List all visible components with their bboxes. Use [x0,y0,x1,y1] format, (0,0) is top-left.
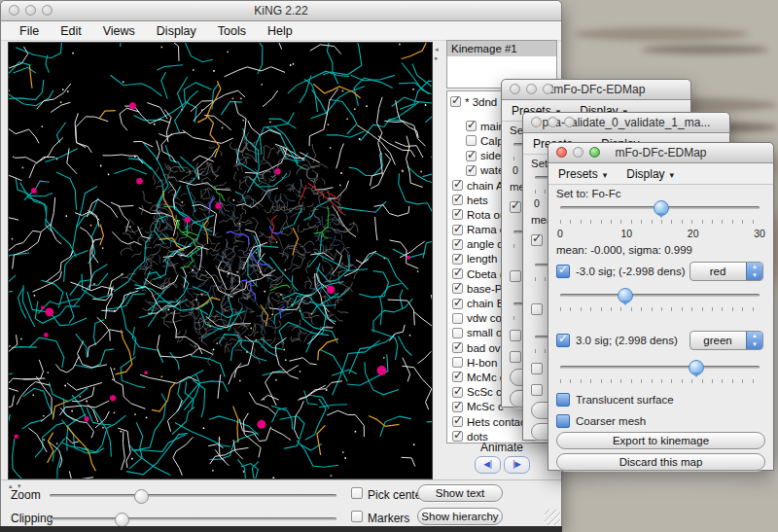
high-contour-checkbox[interactable] [531,303,543,315]
main-titlebar[interactable]: KiNG 2.22 [1,1,561,21]
zoom-button[interactable] [564,117,575,127]
group-label: small o [467,327,502,338]
translucent-surface-checkbox[interactable] [531,363,543,374]
minimize-button[interactable] [526,84,537,94]
show-text-button[interactable]: Show text [417,484,503,502]
group-checkbox[interactable] [466,151,477,161]
molecule-render[interactable] [9,43,432,479]
group-checkbox[interactable] [452,268,463,279]
group-checkbox[interactable] [452,387,463,398]
animate-step-forward-button[interactable]: |▶ [504,456,530,474]
low-contour-checkbox[interactable] [510,201,521,213]
high-slider[interactable] [560,366,760,369]
clipping-slider[interactable] [50,517,336,520]
group-checkbox[interactable] [452,328,463,338]
resize-grip[interactable] [545,510,560,525]
kinemage-name: Kinemage #1 [451,43,517,54]
step-forward-icon: |▶ [513,459,521,469]
menu-edit[interactable]: Edit [50,24,92,38]
group-checkbox[interactable] [452,209,463,220]
high-contour-checkbox[interactable] [556,334,570,347]
group-checkbox[interactable] [466,121,477,131]
menu-tools[interactable]: Tools [207,24,257,38]
group-checkbox[interactable] [452,225,463,235]
menu-file[interactable]: File [9,24,50,38]
close-button[interactable] [9,5,19,16]
group-checkbox[interactable] [452,313,463,324]
menu-display[interactable]: Display [146,24,207,38]
discard-this-map-button[interactable]: Discard this map [556,453,765,471]
level-slider-thumb[interactable] [654,200,669,216]
minimize-button[interactable] [25,5,36,16]
coarser-mesh-checkbox[interactable] [531,384,543,396]
kinemage-list-item[interactable]: Kinemage #1 [447,41,556,56]
translucent-surface-checkbox[interactable] [556,393,570,407]
level-slider-ticks [560,220,760,224]
molecule-viewport[interactable] [8,42,433,479]
minimize-button[interactable] [548,117,558,127]
show-hierarchy-button[interactable]: Show hierarchy [417,508,503,525]
group-label: chain B [467,298,504,309]
map-titlebar[interactable]: pka-validate_0_validate_1_ma... [523,113,729,133]
translucent-surface-checkbox[interactable] [510,330,521,341]
low-slider[interactable] [560,294,760,297]
popup-stepper-icon [746,263,762,280]
clipping-slider-thumb[interactable] [115,513,129,527]
splitter-collapse-right-icon[interactable]: ▸ [435,54,439,61]
zoom-button[interactable] [589,147,600,158]
close-button[interactable] [531,117,542,127]
map-titlebar[interactable]: 2mFo-DFc-EDMap [502,80,690,100]
group-checkbox[interactable] [466,165,477,176]
zoom-slider-thumb[interactable] [134,489,149,504]
menu-help[interactable]: Help [257,24,303,38]
minimize-button[interactable] [573,147,584,158]
level-slider[interactable] [560,206,760,209]
markers-checkbox[interactable] [351,511,363,522]
group-checkbox[interactable] [452,283,463,294]
coarser-mesh-checkbox[interactable] [510,351,521,363]
presets-menu[interactable]: Presets [558,167,607,181]
zoom-slider[interactable] [50,494,336,497]
pick-center-checkbox[interactable] [351,487,363,499]
menu-views[interactable]: Views [92,24,146,38]
group-checkbox[interactable] [452,357,463,368]
high-slider-thumb[interactable] [689,360,704,375]
close-button[interactable] [556,147,567,158]
display-menu[interactable]: Display [626,167,674,181]
low-slider-thumb[interactable] [618,288,633,303]
map-titlebar[interactable]: mFo-DFc-EDMap [548,143,773,163]
group-checkbox[interactable] [450,96,461,107]
zoom-button[interactable] [543,84,553,94]
zoom-button[interactable] [42,5,53,16]
wallpaper-rock-streak [574,27,749,41]
group-label: chain A [467,180,504,192]
close-button[interactable] [510,84,520,94]
splitter-collapse-left-icon[interactable]: ◂ [435,46,439,53]
group-checkbox[interactable] [466,135,477,146]
group-label: * 3dnd [465,96,497,108]
level-tick-label: 0 [557,228,563,239]
export-to-kinemage-button[interactable]: Export to kinemage [556,432,765,449]
group-checkbox[interactable] [452,402,463,412]
markers-label: Markers [368,512,409,525]
set-to-label: Set to: Fo-Fc [556,188,620,199]
vertical-splitter[interactable]: ◂ ▸ [433,42,445,479]
group-checkbox[interactable] [452,416,463,427]
low-contour-checkbox[interactable] [531,234,543,246]
low-contour-color-select[interactable]: red [690,262,763,281]
low-contour-checkbox[interactable] [556,265,570,278]
group-checkbox[interactable] [452,180,463,191]
map-window-mfo-dfc[interactable]: mFo-DFc-EDMapPresetsDisplaySet to: Fo-Fc… [548,142,774,471]
group-checkbox[interactable] [452,195,463,205]
coarser-mesh-checkbox[interactable] [556,414,570,428]
high-contour-color-select[interactable]: green [690,331,763,350]
group-checkbox[interactable] [452,372,463,382]
group-checkbox[interactable] [452,342,463,353]
group-checkbox[interactable] [452,254,463,265]
discard-label: Discard this map [619,456,703,468]
group-checkbox[interactable] [452,299,463,309]
animate-step-back-button[interactable]: ◀| [475,456,501,474]
group-checkbox[interactable] [452,239,463,250]
screen: { "main_window": { "title": "KiNG 2.22",… [0,0,778,532]
high-contour-checkbox[interactable] [510,270,521,282]
